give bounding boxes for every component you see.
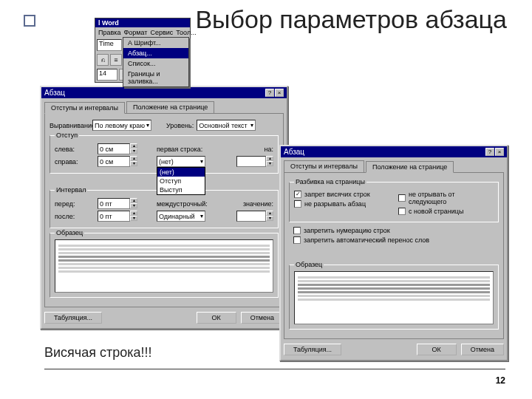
firstline-value-input[interactable] <box>236 156 266 167</box>
dialog1-titlebar: Абзац ? × <box>41 87 287 98</box>
dd-option-indent[interactable]: Отступ <box>157 177 205 185</box>
menu-item-font[interactable]: А Шрифт... <box>123 38 188 48</box>
dialog2-titlebar: Абзац ? × <box>281 146 507 157</box>
tabs-button-2[interactable]: Табуляция... <box>284 344 341 355</box>
spin-up-icon[interactable]: ▴ <box>130 143 137 149</box>
linespacing-select[interactable]: Одинарный <box>157 211 205 222</box>
tab-pagination-2[interactable]: Положение на странице <box>366 161 454 173</box>
preview-group: Образец <box>50 233 279 298</box>
close-icon[interactable]: × <box>275 89 284 97</box>
pagination-group-label: Разбивка на страницы <box>294 178 366 185</box>
spin-down-icon[interactable]: ▾ <box>266 161 273 166</box>
after-label: после: <box>55 213 95 220</box>
bullet-icon <box>24 15 35 27</box>
firstline-label: первая строка: <box>157 146 202 153</box>
checkbox-no-hyphen[interactable] <box>293 236 301 244</box>
keep-next-label: не отрывать от следующего <box>409 191 494 205</box>
dialog2-title: Абзац <box>284 148 304 156</box>
spin-down-icon[interactable]: ▾ <box>130 203 137 208</box>
slide-title: Выбор параметров абзаца <box>195 6 507 33</box>
word-menubar: Правка Формат Сервис Тоoл... <box>95 27 190 38</box>
spin-down-icon[interactable]: ▾ <box>130 216 137 221</box>
spin-down-icon[interactable]: ▾ <box>130 149 137 154</box>
dialog1-tabs: Отступы и интервалы Положение на страниц… <box>44 101 284 113</box>
footer-divider <box>44 369 505 369</box>
right-indent-input[interactable]: 0 см <box>98 156 130 167</box>
checkbox-widow[interactable]: ✓ <box>294 191 301 198</box>
spin-down-icon[interactable]: ▾ <box>130 161 137 166</box>
menu-tools[interactable]: Тоoл... <box>176 29 197 36</box>
menu-service[interactable]: Сервис <box>150 29 173 36</box>
menu-edit[interactable]: Правка <box>98 29 120 36</box>
menu-format[interactable]: Формат <box>123 29 147 36</box>
dialog1-title: Абзац <box>44 89 65 97</box>
level-label: Уровень: <box>166 122 194 129</box>
left-indent-label: слева: <box>55 146 95 153</box>
widow-label: запрет висячих строк <box>304 191 370 198</box>
dialog1-buttons: Табуляция... ОК Отмена <box>44 312 284 324</box>
ok-button[interactable]: ОК <box>197 312 236 324</box>
help-icon[interactable]: ? <box>265 89 274 97</box>
toolbar-btn-2[interactable]: ≡ <box>110 54 122 66</box>
paragraph-dialog-indents: Абзац ? × Отступы и интервалы Положение … <box>40 86 288 330</box>
linespacing-label: междустрочный: <box>157 200 208 208</box>
after-input[interactable]: 0 пт <box>98 211 130 222</box>
firstline-dropdown: (нет) Отступ Выступ <box>157 167 205 195</box>
checkbox-keep-next[interactable] <box>398 194 406 202</box>
preview-label: Образец <box>55 229 84 236</box>
toolbar-btn-1[interactable]: ⎌ <box>97 54 109 66</box>
no-hyphen-label: запретить автоматический перенос слов <box>304 236 429 244</box>
level-select[interactable]: Основной текст <box>197 120 256 131</box>
menu-item-list[interactable]: Список... <box>123 58 188 69</box>
right-indent-label: справа: <box>55 158 95 166</box>
cancel-button-2[interactable]: Отмена <box>461 344 504 355</box>
spacing-group-label: Интервал <box>55 186 87 194</box>
menu-item-borders[interactable]: Границы и заливка... <box>123 69 188 86</box>
dd-option-none[interactable]: (нет) <box>157 168 205 177</box>
tab-indents-2[interactable]: Отступы и интервалы <box>284 160 364 172</box>
left-indent-input[interactable]: 0 см <box>98 143 130 154</box>
ok-button-2[interactable]: ОК <box>417 344 457 355</box>
help-icon[interactable]: ? <box>485 148 494 156</box>
linespacing-value-input[interactable] <box>236 211 266 222</box>
checkbox-page-break[interactable] <box>398 208 406 215</box>
spin-down-icon[interactable]: ▾ <box>266 216 273 221</box>
paragraph-dialog-pagination: Абзац ? × Отступы и интервалы Положение … <box>279 145 508 361</box>
menu-item-paragraph[interactable]: Абзац... <box>123 48 188 58</box>
spin-up-icon[interactable]: ▴ <box>130 211 137 216</box>
spacing-group: Интервал перед: 0 пт▴▾ междустрочный: зн… <box>50 190 279 228</box>
checkbox-suppress-lines[interactable] <box>293 227 301 234</box>
close-icon[interactable]: × <box>495 148 504 156</box>
indent-group-label: Отступ <box>55 132 79 139</box>
indent-group: Отступ слева: 0 см▴▾ первая строка: на: … <box>50 135 279 174</box>
tab-indents[interactable]: Отступы и интервалы <box>44 102 125 114</box>
firstline-on-label: на: <box>265 146 273 153</box>
size-select[interactable]: 14 <box>97 69 117 81</box>
spin-up-icon[interactable]: ▴ <box>266 156 273 161</box>
pagination-group: Разбивка на страницы ✓запрет висячих стр… <box>289 182 499 222</box>
dialog2-buttons: Табуляция... ОК Отмена <box>284 344 504 355</box>
tab-pagination[interactable]: Положение на странице <box>126 101 214 113</box>
dd-option-hanging[interactable]: Выступ <box>157 185 205 194</box>
spin-up-icon[interactable]: ▴ <box>130 198 137 203</box>
preview-label-2: Образец <box>294 261 324 268</box>
linespacing-on-label: значение: <box>243 200 273 208</box>
alignment-select[interactable]: По левому краю <box>92 120 151 131</box>
checkbox-keep-lines[interactable] <box>294 200 301 208</box>
dialog2-tabs: Отступы и интервалы Положение на страниц… <box>284 160 504 172</box>
dialog2-body: Разбивка на страницы ✓запрет висячих стр… <box>284 172 504 339</box>
firstline-select[interactable]: (нет) <box>157 156 205 167</box>
before-input[interactable]: 0 пт <box>98 198 130 209</box>
page-number: 12 <box>496 375 505 386</box>
dialog1-body: Выравнивание: По левому краю Уровень: Ос… <box>44 113 284 307</box>
font-select[interactable]: Time <box>97 39 122 51</box>
cancel-button[interactable]: Отмена <box>241 312 284 324</box>
tabs-button[interactable]: Табуляция... <box>44 312 102 324</box>
suppress-lines-label: запретить нумерацию строк <box>304 227 390 234</box>
word-titlebar: l Word <box>95 18 190 27</box>
spin-up-icon[interactable]: ▴ <box>130 156 137 161</box>
format-menu-dropdown: А Шрифт... Абзац... Список... Границы и … <box>123 37 189 87</box>
before-label: перед: <box>55 200 95 208</box>
spin-up-icon[interactable]: ▴ <box>266 211 273 216</box>
preview-group-2: Образец <box>289 265 499 330</box>
